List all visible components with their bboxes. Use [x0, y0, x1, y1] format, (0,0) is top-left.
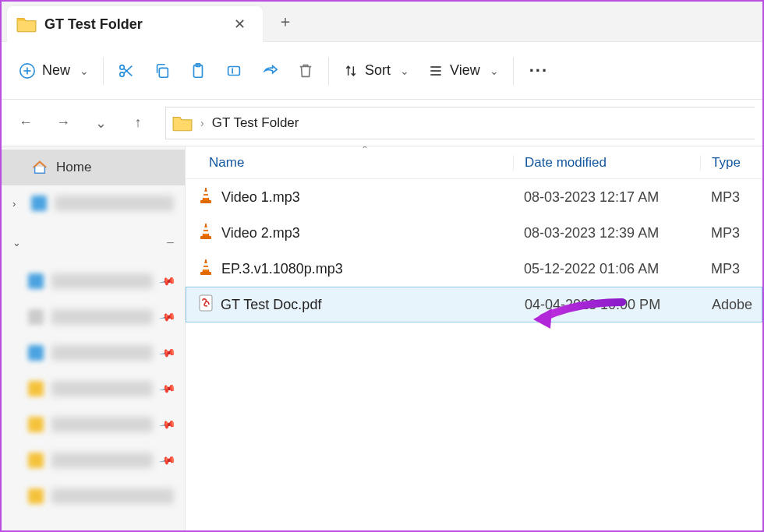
tab-title: GT Test Folder	[44, 16, 220, 33]
view-icon	[428, 63, 444, 79]
sidebar-item-pinned[interactable]: 📌	[2, 407, 185, 442]
file-date: 04-04-2023 10:00 PM	[514, 297, 701, 313]
home-icon	[31, 160, 48, 175]
recent-button[interactable]: ⌄	[84, 107, 117, 139]
file-date: 08-03-2023 12:17 AM	[513, 189, 700, 206]
back-button[interactable]: ←	[9, 107, 42, 139]
forward-button[interactable]: →	[47, 107, 80, 139]
file-row[interactable]: Video 2.mp308-03-2023 12:39 AMMP3	[186, 215, 762, 251]
column-header-name[interactable]: Name	[186, 155, 513, 171]
svg-rect-18	[203, 231, 209, 234]
blurred-icon	[28, 488, 44, 504]
new-tab-button[interactable]: ＋	[268, 5, 302, 39]
pin-icon: 📌	[158, 273, 176, 291]
pin-icon: 📌	[158, 452, 176, 470]
file-type: MP3	[700, 261, 762, 277]
up-button[interactable]: ↑	[122, 107, 154, 139]
file-list-panel: ⌃ Name Date modified Type Video 1.mp308-…	[186, 146, 762, 530]
nav-bar: ← → ⌄ ↑ › GT Test Folder	[2, 100, 762, 146]
share-button[interactable]	[252, 54, 288, 88]
blurred-icon	[28, 309, 44, 325]
blurred-icon	[28, 345, 44, 361]
chevron-down-icon: ⌄	[400, 65, 409, 77]
folder-icon	[16, 16, 37, 33]
scissors-icon	[118, 62, 135, 79]
sidebar-item-blurred[interactable]: ⌄ –	[2, 224, 185, 260]
file-explorer-window: GT Test Folder ✕ ＋ New ⌄	[0, 0, 764, 532]
sidebar-item-home[interactable]: Home	[2, 150, 185, 185]
svg-rect-21	[203, 267, 209, 270]
sidebar-item-pinned[interactable]: 📌	[2, 371, 185, 407]
column-header-date[interactable]: Date modified	[513, 155, 700, 171]
chevron-down-icon[interactable]: ⌄	[12, 237, 23, 248]
blurred-icon	[28, 273, 44, 289]
paste-icon	[189, 62, 207, 79]
cut-button[interactable]	[108, 54, 144, 88]
blurred-icon	[28, 417, 44, 432]
svg-rect-22	[200, 272, 211, 275]
delete-button[interactable]	[288, 54, 324, 88]
svg-rect-23	[200, 295, 212, 311]
toolbar: New ⌄ Sort ⌄ View ⌄	[2, 42, 762, 100]
blurred-label	[51, 417, 153, 432]
sidebar-item-pinned[interactable]: 📌	[2, 335, 185, 371]
file-type: MP3	[700, 225, 762, 241]
tab-bar: GT Test Folder ✕ ＋	[2, 2, 762, 42]
pin-icon: 📌	[158, 308, 176, 326]
breadcrumb-folder[interactable]: GT Test Folder	[212, 115, 299, 131]
rename-button[interactable]	[216, 54, 252, 88]
sidebar-home-label: Home	[56, 160, 91, 175]
copy-button[interactable]	[144, 54, 180, 88]
sidebar-item-pinned[interactable]	[2, 478, 185, 514]
new-label: New	[42, 62, 70, 79]
file-row[interactable]: Video 1.mp308-03-2023 12:17 AMMP3	[186, 179, 762, 215]
pin-icon: 📌	[158, 416, 176, 434]
sort-button[interactable]: Sort ⌄	[334, 54, 419, 88]
vlc-icon	[198, 187, 214, 208]
file-name: Video 2.mp3	[221, 225, 300, 241]
share-icon	[261, 62, 278, 79]
new-button[interactable]: New ⌄	[9, 54, 98, 88]
sidebar: Home › ⌄ – 📌 📌 📌 📌 📌 📌	[2, 146, 186, 530]
pin-icon: 📌	[158, 380, 176, 398]
column-header-type[interactable]: Type	[700, 155, 762, 171]
file-row[interactable]: GT Test Doc.pdf04-04-2023 10:00 PMAdobe	[186, 287, 762, 322]
sort-indicator-icon: ⌃	[361, 146, 369, 155]
file-list: Video 1.mp308-03-2023 12:17 AMMP3Video 2…	[186, 179, 762, 530]
close-tab-icon[interactable]: ✕	[228, 12, 252, 36]
column-headers: ⌃ Name Date modified Type	[186, 146, 762, 179]
file-date: 08-03-2023 12:39 AM	[513, 225, 700, 241]
blurred-icon	[28, 381, 44, 396]
sidebar-item-pinned[interactable]: 📌	[2, 263, 185, 299]
blurred-label	[51, 488, 174, 504]
vlc-icon	[198, 259, 214, 280]
breadcrumb[interactable]: › GT Test Folder	[165, 107, 755, 139]
sidebar-item-blurred[interactable]: ›	[2, 185, 185, 221]
chevron-down-icon: ⌄	[80, 65, 89, 77]
more-button[interactable]: ···	[518, 61, 559, 81]
view-button[interactable]: View ⌄	[419, 54, 508, 88]
paste-button[interactable]	[180, 54, 216, 88]
sidebar-item-pinned[interactable]: 📌	[2, 442, 185, 478]
sidebar-item-pinned[interactable]: 📌	[2, 299, 185, 335]
file-type: Adobe	[701, 297, 762, 313]
folder-icon	[172, 115, 193, 132]
blurred-icon	[31, 196, 47, 211]
sort-icon	[343, 63, 359, 79]
sort-label: Sort	[365, 62, 391, 79]
pin-icon: 📌	[158, 344, 176, 362]
chevron-right-icon[interactable]: ›	[12, 198, 23, 210]
copy-icon	[154, 62, 171, 79]
trash-icon	[297, 62, 314, 79]
view-label: View	[450, 62, 480, 79]
pdf-icon	[199, 294, 213, 315]
file-type: MP3	[700, 189, 762, 206]
tab-gt-test-folder[interactable]: GT Test Folder ✕	[6, 5, 264, 43]
file-name: GT Test Doc.pdf	[221, 297, 321, 313]
file-row[interactable]: EP.3.v1.1080p.mp305-12-2022 01:06 AMMP3	[186, 251, 762, 287]
blurred-label	[51, 453, 153, 468]
svg-rect-19	[200, 236, 211, 239]
blurred-label	[51, 273, 153, 289]
file-date: 05-12-2022 01:06 AM	[513, 261, 700, 277]
svg-rect-10	[228, 66, 240, 75]
